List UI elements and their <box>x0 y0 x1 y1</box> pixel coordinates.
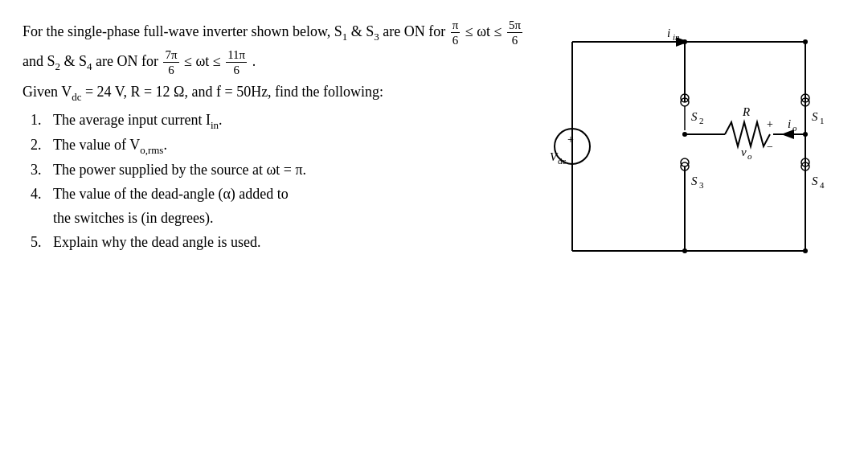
page: For the single-phase full-wave inverter … <box>0 0 868 464</box>
intro-text-3: and S2 & S4 are ON for <box>23 53 162 69</box>
q5-num: 5. <box>31 231 53 255</box>
frac-11pi-6: 11π 6 <box>226 47 247 77</box>
question-1: 1. The average input current Iin. <box>31 109 524 133</box>
s3-label: S <box>691 175 698 187</box>
s2-label: S <box>691 110 698 123</box>
iin-sub: in <box>673 32 680 42</box>
frac-7pi-6: 7π 6 <box>163 47 178 77</box>
q3-text: The power supplied by the source at ωt =… <box>53 158 524 183</box>
intro-text-2: ≤ ωt ≤ <box>465 23 506 39</box>
circuit-svg: i in S 2 S 1 <box>548 26 837 275</box>
s2-sub: 2 <box>699 116 704 125</box>
io-sub: o <box>792 123 797 133</box>
s1-label: S <box>812 110 818 123</box>
intro-paragraph: For the single-phase full-wave inverter … <box>23 18 524 77</box>
q5-text: Explain why the dead angle is used. <box>53 231 524 255</box>
question-3: 3. The power supplied by the source at ω… <box>31 158 524 183</box>
q2-text: The value of Vo,rms. <box>53 133 524 158</box>
vo-plus: + <box>767 118 773 130</box>
q4-text-a: The value of the dead-angle (α) added to <box>53 183 524 207</box>
frac-pi-6: π 6 <box>451 18 461 47</box>
s3-sub: 3 <box>699 180 704 190</box>
left-column: For the single-phase full-wave inverter … <box>23 18 540 254</box>
node-bot-right <box>803 248 808 253</box>
question-4b: the switches is (in degrees). <box>31 207 524 231</box>
vdc-plus-inner: + <box>567 133 574 146</box>
q4-text-b: the switches is (in degrees). <box>53 207 524 231</box>
given-text: Given Vdc = 24 V, R = 12 Ω, and f = 50Hz… <box>23 84 383 100</box>
node-top-left <box>682 39 687 44</box>
intro-text-5: . <box>252 53 256 69</box>
circuit-diagram: i in S 2 S 1 <box>548 26 837 275</box>
r-label: R <box>742 105 750 118</box>
vdc-sub: dc <box>558 156 567 166</box>
s1-sub: 1 <box>820 116 825 125</box>
iin-label: i <box>667 27 670 39</box>
question-5: 5. Explain why the dead angle is used. <box>31 231 524 255</box>
question-4a: 4. The value of the dead-angle (α) added… <box>31 183 524 207</box>
q4-num: 4. <box>31 183 53 207</box>
node-bot-left <box>682 248 687 253</box>
intro-text-1: For the single-phase full-wave inverter … <box>23 23 449 39</box>
vo-label: v <box>741 146 747 158</box>
s4-sub: 4 <box>820 180 825 190</box>
q3-num: 3. <box>31 158 53 183</box>
intro-text-4: ≤ ωt ≤ <box>184 53 224 69</box>
vo-sub: o <box>747 151 752 161</box>
frac-5pi-6: 5π 6 <box>507 18 522 47</box>
node-mid-left <box>682 132 687 137</box>
node-mid-right <box>803 132 808 137</box>
q1-num: 1. <box>31 109 53 133</box>
q2-num: 2. <box>31 133 53 158</box>
vo-minus: − <box>767 141 773 153</box>
resistor-symbol <box>725 122 770 146</box>
io-label: i <box>788 117 791 130</box>
questions-list: 1. The average input current Iin. 2. The… <box>31 109 524 254</box>
right-column: i in S 2 S 1 <box>540 18 845 275</box>
question-2: 2. The value of Vo,rms. <box>31 133 524 158</box>
node-top-right <box>803 39 808 44</box>
q1-text: The average input current Iin. <box>53 109 524 133</box>
s4-label: S <box>812 175 818 187</box>
given-line: Given Vdc = 24 V, R = 12 Ω, and f = 50Hz… <box>23 80 524 105</box>
